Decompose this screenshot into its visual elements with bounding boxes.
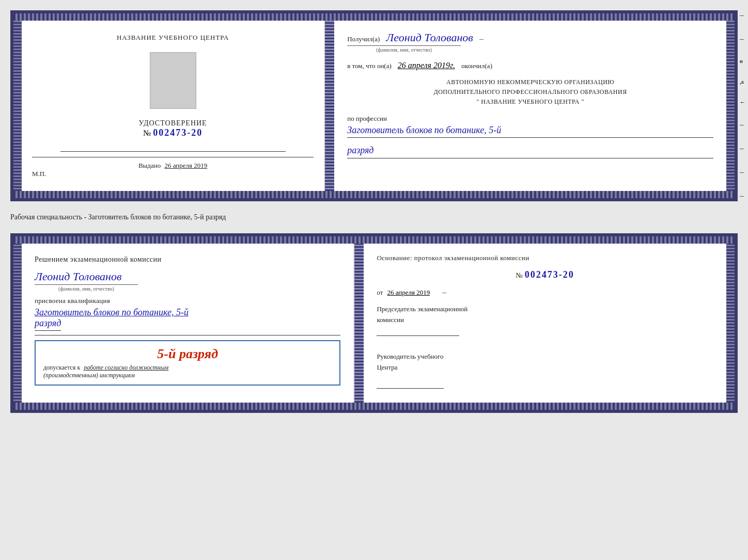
org-line1: АВТОНОМНУЮ НЕКОММЕРЧЕСКУЮ ОРГАНИЗАЦИЮ <box>347 77 713 87</box>
recipient-name: Леонид Толованов <box>386 31 473 44</box>
date-prefix: в том, что он(а) <box>347 62 392 70</box>
udost-number: 002473-20 <box>153 127 202 138</box>
date-prefix-2: от <box>377 289 383 296</box>
recipient-section: Получил(а) Леонид Толованов – (фамилия, … <box>347 31 713 54</box>
dash-r3: – <box>740 120 745 129</box>
razryad-text: разряд <box>347 145 373 155</box>
i-mark-2: и <box>740 58 745 64</box>
specialty-label: Рабочая специальность - Заготовитель бло… <box>10 211 738 224</box>
profession-label: по профессии <box>347 115 713 123</box>
cert-left-panel: НАЗВАНИЕ УЧЕБНОГО ЦЕНТРА УДОСТОВЕРЕНИЕ №… <box>22 21 325 191</box>
issued-line: Выдано 26 апреля 2019 <box>32 157 314 170</box>
допускается-section: допускается к работе согласно должностны… <box>43 364 332 379</box>
card-body-2: Решением экзаменационной комиссии Леонид… <box>13 244 735 403</box>
razryad-section: разряд <box>347 145 713 158</box>
chairman-line2: комиссии <box>377 315 713 326</box>
certificate-card: НАЗВАНИЕ УЧЕБНОГО ЦЕНТРА УДОСТОВЕРЕНИЕ №… <box>10 10 738 201</box>
basis-text: Основание: протокол экзаменационной коми… <box>377 254 713 262</box>
photo-placeholder <box>150 52 196 109</box>
допускается-prefix: допускается к <box>43 364 80 371</box>
arrow-mark-2: ← <box>740 99 745 105</box>
udost-number-line: № 002473-20 <box>139 127 207 138</box>
bottom-decoration <box>13 191 735 198</box>
person-name: Леонид Толованов <box>35 270 340 283</box>
left-side-decoration <box>13 21 22 191</box>
dash-r2: – <box>740 34 745 43</box>
date-value: 26 апреля 2019г. <box>398 61 455 70</box>
fio-label-2: (фамилия, имя, отчество) <box>35 284 138 292</box>
qual-left-panel: Решением экзаменационной комиссии Леонид… <box>22 244 354 403</box>
director-block: Руководитель учебного Центра <box>377 351 713 392</box>
left-side-decoration-2 <box>13 244 22 403</box>
number-prefix: № <box>143 129 151 137</box>
top-decoration-2 <box>13 236 735 244</box>
qual-right-panel: Основание: протокол экзаменационной коми… <box>364 244 726 403</box>
profession-section: по профессии Заготовитель блоков по бота… <box>347 115 713 138</box>
issued-date: 26 апреля 2019 <box>164 162 207 169</box>
issued-label: Выдано <box>138 162 161 169</box>
protocol-number: 002473-20 <box>525 269 574 280</box>
cert-spine <box>325 21 334 191</box>
qualification-card: Решением экзаменационной комиссии Леонид… <box>10 233 738 413</box>
card-body: НАЗВАНИЕ УЧЕБНОГО ЦЕНТРА УДОСТОВЕРЕНИЕ №… <box>13 21 735 191</box>
protocol-number-section: № 002473-20 <box>377 269 713 280</box>
dash-r1: – <box>740 10 745 20</box>
qual-razryad: разряд <box>35 318 61 331</box>
dash-r5: – <box>740 167 745 177</box>
cert-spine-2 <box>354 244 364 403</box>
training-center-title: НАЗВАНИЕ УЧЕБНОГО ЦЕНТРА <box>117 34 229 42</box>
org-block: АВТОНОМНУЮ НЕКОММЕРЧЕСКУЮ ОРГАНИЗАЦИЮ ДО… <box>347 77 713 107</box>
qual-razryad-section: разряд <box>35 318 340 331</box>
a-mark-2: ,а <box>740 78 745 85</box>
date-section: в том, что он(а) 26 апреля 2019г. окончи… <box>347 61 713 70</box>
received-prefix: Получил(а) <box>347 35 380 43</box>
chairman-block: Председатель экзаменационной комиссии <box>377 304 713 339</box>
protocol-date: 26 апреля 2019 <box>387 289 430 296</box>
qual-profession: Заготовитель блоков по ботанике, 5-й <box>35 307 340 318</box>
director-signature-line <box>377 378 444 389</box>
right-marks-2: – – и ,а ← – – – – <box>740 10 745 200</box>
dash-r4: – <box>740 143 745 153</box>
decision-section: Решением экзаменационной комиссии <box>35 254 340 265</box>
document-container: НАЗВАНИЕ УЧЕБНОГО ЦЕНТРА УДОСТОВЕРЕНИЕ №… <box>10 10 738 413</box>
director-line1: Руководитель учебного <box>377 351 713 362</box>
qual-profession-section: Заготовитель блоков по ботанике, 5-й <box>35 307 340 318</box>
udost-block: УДОСТОВЕРЕНИЕ № 002473-20 <box>139 119 207 138</box>
rank-highlight-box: 5-й разряд допускается к работе согласно… <box>35 340 340 386</box>
director-line2: Центра <box>377 362 713 373</box>
org-line3: " НАЗВАНИЕ УЧЕБНОГО ЦЕНТРА " <box>347 97 713 107</box>
profession-name: Заготовитель блоков по ботанике, 5-й <box>347 125 713 138</box>
rank-display: 5-й разряд <box>43 346 332 362</box>
right-side-decoration-2 <box>726 244 735 403</box>
org-line2: ДОПОЛНИТЕЛЬНОГО ПРОФЕССИОНАЛЬНОГО ОБРАЗО… <box>347 87 713 97</box>
person-name-section: Леонид Толованов (фамилия, имя, отчество… <box>35 270 340 293</box>
decision-text: Решением экзаменационной комиссии <box>35 254 340 265</box>
dash-r6: – <box>740 191 745 200</box>
top-decoration <box>13 13 735 21</box>
protocol-date-section: от 26 апреля 2019 – <box>377 287 713 297</box>
finished-label: окончил(а) <box>461 62 492 70</box>
udost-title: УДОСТОВЕРЕНИЕ <box>139 119 207 127</box>
mp-label: М.П. <box>32 170 46 178</box>
инструкциям-text: (производственным) инструкциям <box>43 372 135 379</box>
fio-label-1: (фамилия, имя, отчество) <box>347 45 461 53</box>
dash-protocol: – <box>442 287 446 296</box>
basis-section: Основание: протокол экзаменационной коми… <box>377 254 713 262</box>
cert-right-panel: Получил(а) Леонид Толованов – (фамилия, … <box>334 21 726 191</box>
right-side-decoration <box>726 21 735 191</box>
bottom-decoration-2 <box>13 403 735 410</box>
допускается-text: работе согласно должностным <box>84 364 168 371</box>
number-prefix-2: № <box>516 271 523 279</box>
assigned-qual-label: присвоена квалификация <box>35 297 340 305</box>
chairman-line1: Председатель экзаменационной <box>377 304 713 315</box>
chairman-signature-line <box>377 326 459 336</box>
